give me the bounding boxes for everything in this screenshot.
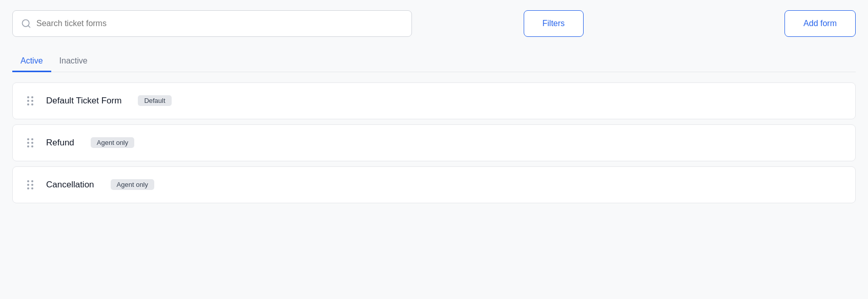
search-wrapper bbox=[12, 10, 412, 37]
drag-handle[interactable] bbox=[25, 178, 36, 191]
form-item-cancellation[interactable]: Cancellation Agent only bbox=[12, 166, 856, 203]
form-name-default: Default Ticket Form bbox=[46, 96, 121, 106]
badge-default: Default bbox=[138, 95, 171, 106]
svg-line-1 bbox=[28, 26, 30, 28]
badge-agent-only-cancellation: Agent only bbox=[111, 179, 154, 190]
drag-handle[interactable] bbox=[25, 94, 36, 108]
top-bar: Filters Add form bbox=[12, 10, 856, 37]
search-icon bbox=[21, 18, 31, 29]
add-form-button[interactable]: Add form bbox=[784, 10, 856, 37]
forms-list: Default Ticket Form Default Refund Agent… bbox=[12, 82, 856, 203]
filters-button[interactable]: Filters bbox=[524, 10, 584, 37]
form-item-default-ticket-form[interactable]: Default Ticket Form Default bbox=[12, 82, 856, 119]
drag-handle[interactable] bbox=[25, 136, 36, 150]
tab-inactive[interactable]: Inactive bbox=[51, 51, 96, 72]
form-name-cancellation: Cancellation bbox=[46, 180, 94, 190]
tab-active[interactable]: Active bbox=[12, 51, 51, 72]
badge-agent-only-refund: Agent only bbox=[91, 137, 134, 148]
tabs: Active Inactive bbox=[12, 51, 856, 72]
search-input[interactable] bbox=[36, 19, 403, 28]
form-name-refund: Refund bbox=[46, 138, 74, 148]
form-item-refund[interactable]: Refund Agent only bbox=[12, 124, 856, 161]
